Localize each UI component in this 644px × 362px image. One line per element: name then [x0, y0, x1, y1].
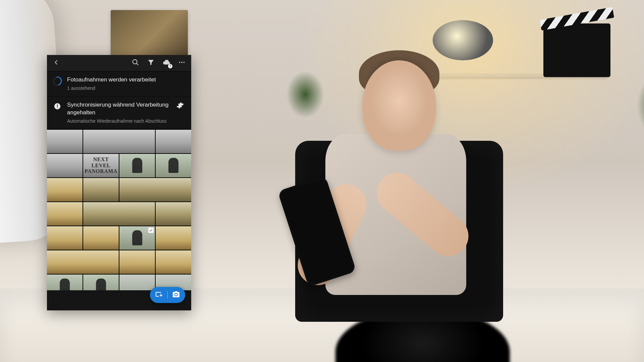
- camera-button[interactable]: [172, 291, 180, 299]
- thumb-caption-text: NEXT LEVEL PANORAMA: [83, 154, 119, 177]
- status-processing-text: Fotoaufnahmen werden verarbeitet 1 ausst…: [67, 76, 185, 92]
- fab-divider: [167, 291, 168, 299]
- sync-settings-button[interactable]: [175, 101, 185, 111]
- thumb[interactable]: [47, 202, 83, 226]
- thumb[interactable]: [47, 275, 83, 290]
- thumb[interactable]: [156, 250, 191, 274]
- phone-screen-overlay: ! Fotoaufnahmen werden verarbeitet 1 aus…: [47, 55, 191, 310]
- thumb[interactable]: [47, 178, 83, 201]
- svg-point-2: [183, 62, 185, 63]
- alert-icon: [53, 102, 62, 111]
- filter-button[interactable]: [144, 56, 158, 70]
- thumb[interactable]: [119, 250, 155, 274]
- thumb[interactable]: [119, 226, 155, 250]
- thumb[interactable]: [156, 130, 191, 153]
- chevron-left-icon: [53, 59, 60, 68]
- thumb[interactable]: [156, 226, 191, 250]
- thumb[interactable]: [83, 178, 119, 201]
- camera-icon: [172, 290, 180, 300]
- app-toolbar: !: [47, 55, 191, 71]
- thumb[interactable]: [83, 226, 119, 250]
- more-button[interactable]: [175, 56, 189, 70]
- status-sync-paused[interactable]: Synchronisierung während Verarbeitung an…: [47, 96, 191, 129]
- thumb[interactable]: [47, 250, 119, 274]
- person-with-phone: [275, 40, 517, 325]
- photo-grid[interactable]: NEXT LEVEL PANORAMA: [47, 129, 191, 290]
- person-head: [362, 60, 436, 151]
- thumb[interactable]: [47, 226, 83, 250]
- cloud-sync-button[interactable]: !: [160, 56, 173, 70]
- thumb[interactable]: [47, 154, 83, 177]
- spinner-icon: [53, 77, 62, 85]
- thumb-caption[interactable]: NEXT LEVEL PANORAMA: [83, 154, 119, 177]
- thumb[interactable]: [156, 154, 191, 177]
- search-button[interactable]: [129, 56, 142, 70]
- search-icon: [132, 59, 139, 68]
- svg-point-1: [181, 62, 182, 63]
- status-processing-sub: 1 ausstehend: [67, 85, 185, 92]
- import-photos-icon: [155, 290, 163, 300]
- more-horizontal-icon: [178, 59, 185, 68]
- thumb[interactable]: [83, 130, 155, 153]
- clapperboard: [543, 23, 610, 77]
- thumb[interactable]: [47, 130, 83, 153]
- check-icon: [148, 228, 154, 233]
- funnel-icon: [147, 59, 155, 68]
- thumb[interactable]: [156, 202, 191, 226]
- thumb[interactable]: [119, 275, 155, 290]
- thumb[interactable]: [83, 202, 155, 226]
- svg-rect-4: [57, 104, 58, 107]
- cloud-alert-badge: !: [168, 64, 172, 68]
- thumb[interactable]: [119, 178, 191, 201]
- add-photos-fab[interactable]: [150, 287, 185, 303]
- gear-icon: [176, 102, 184, 111]
- status-sync-sub: Automatische Wiederaufnahme nach Abschlu…: [67, 118, 170, 124]
- thumb[interactable]: [119, 154, 155, 177]
- svg-point-0: [179, 62, 180, 63]
- svg-rect-5: [57, 107, 58, 108]
- thumb[interactable]: [83, 275, 119, 290]
- status-sync-text: Synchronisierung während Verarbeitung an…: [67, 101, 170, 124]
- bottom-bar: [47, 290, 191, 310]
- status-processing[interactable]: Fotoaufnahmen werden verarbeitet 1 ausst…: [47, 71, 191, 96]
- status-processing-title: Fotoaufnahmen werden verarbeitet: [67, 76, 185, 84]
- import-photos-button[interactable]: [155, 291, 163, 299]
- plant-right: [627, 70, 644, 158]
- status-sync-title: Synchronisierung während Verarbeitung an…: [67, 101, 170, 117]
- back-button[interactable]: [50, 56, 63, 70]
